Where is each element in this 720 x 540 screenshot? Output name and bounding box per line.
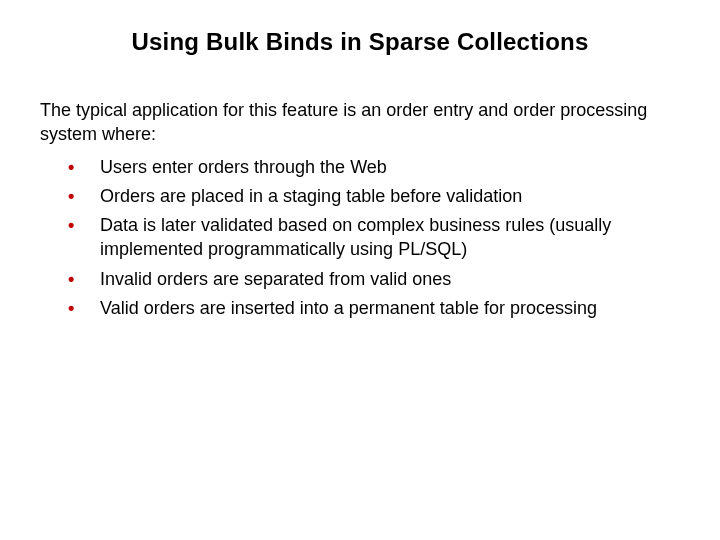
list-item: Orders are placed in a staging table bef…	[68, 184, 680, 208]
slide-title: Using Bulk Binds in Sparse Collections	[40, 28, 680, 56]
bullet-list: Users enter orders through the Web Order…	[40, 155, 680, 321]
list-item: Data is later validated based on complex…	[68, 213, 680, 262]
intro-paragraph: The typical application for this feature…	[40, 98, 680, 147]
list-item: Users enter orders through the Web	[68, 155, 680, 179]
list-item: Invalid orders are separated from valid …	[68, 267, 680, 291]
list-item: Valid orders are inserted into a permane…	[68, 296, 680, 320]
